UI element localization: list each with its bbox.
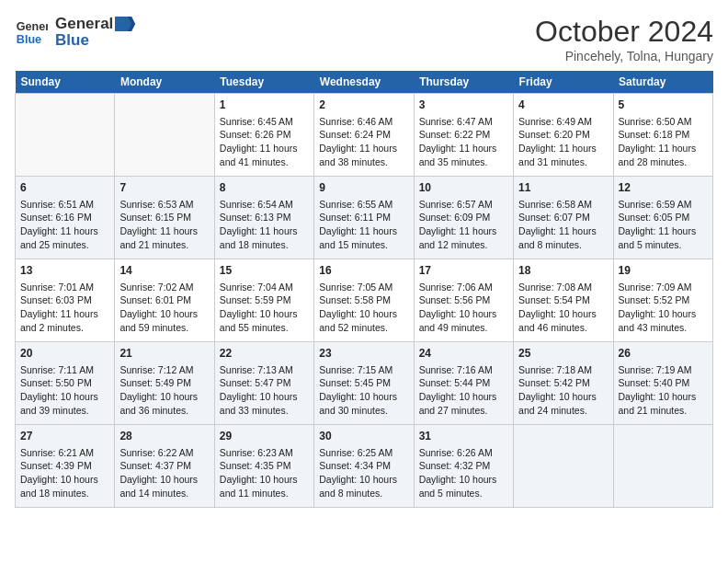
calendar-cell: 29Sunrise: 6:23 AMSunset: 4:35 PMDayligh… — [214, 425, 313, 508]
calendar-cell: 25Sunrise: 7:18 AMSunset: 5:42 PMDayligh… — [514, 342, 613, 425]
cell-content-line: Sunrise: 6:46 AM — [319, 115, 408, 129]
calendar-week-row: 13Sunrise: 7:01 AMSunset: 6:03 PMDayligh… — [16, 259, 713, 342]
calendar-cell: 1Sunrise: 6:45 AMSunset: 6:26 PMDaylight… — [214, 94, 313, 177]
cell-content-line: Daylight: 10 hours and 8 minutes. — [319, 473, 408, 500]
cell-content-line: Daylight: 10 hours and 21 minutes. — [619, 390, 708, 417]
day-number: 27 — [20, 429, 109, 444]
cell-content-line: Daylight: 11 hours and 21 minutes. — [119, 224, 209, 251]
cell-content-line: Sunrise: 7:02 AM — [119, 281, 209, 294]
cell-content-line: Daylight: 10 hours and 55 minutes. — [220, 307, 309, 334]
calendar-cell: 9Sunrise: 6:55 AMSunset: 6:11 PMDaylight… — [314, 177, 414, 259]
day-number: 7 — [119, 180, 209, 196]
cell-content-line: Daylight: 10 hours and 43 minutes. — [619, 307, 708, 334]
logo-general: General — [55, 15, 113, 33]
cell-content-line: Sunset: 6:11 PM — [319, 211, 408, 224]
logo-arrow-icon — [115, 17, 135, 31]
title-block: October 2024 Pincehely, Tolna, Hungary — [535, 15, 713, 63]
cell-content-line: Sunset: 5:47 PM — [220, 376, 309, 390]
day-number: 12 — [619, 180, 708, 196]
day-number: 6 — [20, 180, 109, 196]
cell-content-line: Daylight: 10 hours and 30 minutes. — [319, 390, 408, 417]
day-number: 26 — [619, 346, 708, 362]
day-number: 13 — [20, 263, 109, 279]
cell-content-line: Daylight: 10 hours and 11 minutes. — [220, 473, 309, 500]
cell-content-line: Sunrise: 6:21 AM — [20, 446, 109, 460]
day-number: 24 — [419, 346, 508, 362]
month-title: October 2024 — [535, 15, 713, 49]
cell-content-line: Sunset: 6:05 PM — [619, 211, 708, 224]
calendar-cell: 7Sunrise: 6:53 AMSunset: 6:15 PMDaylight… — [115, 177, 214, 259]
calendar-cell: 12Sunrise: 6:59 AMSunset: 6:05 PMDayligh… — [613, 177, 712, 259]
cell-content-line: Daylight: 11 hours and 28 minutes. — [619, 142, 708, 168]
cell-content-line: Sunset: 6:20 PM — [518, 128, 608, 142]
day-number: 1 — [220, 98, 309, 113]
cell-content-line: Sunrise: 7:12 AM — [119, 363, 209, 377]
cell-content-line: Daylight: 11 hours and 2 minutes. — [20, 307, 109, 334]
cell-content-line: Daylight: 11 hours and 5 minutes. — [619, 224, 708, 251]
calendar-cell: 26Sunrise: 7:19 AMSunset: 5:40 PMDayligh… — [613, 342, 712, 425]
day-number: 11 — [518, 180, 608, 196]
cell-content-line: Sunrise: 6:25 AM — [319, 446, 408, 460]
day-number: 21 — [119, 346, 209, 362]
day-number: 23 — [319, 346, 408, 362]
day-number: 19 — [619, 263, 708, 279]
calendar-cell: 23Sunrise: 7:15 AMSunset: 5:45 PMDayligh… — [314, 342, 414, 425]
cell-content-line: Daylight: 10 hours and 59 minutes. — [119, 307, 209, 334]
cell-content-line: Sunrise: 6:54 AM — [220, 198, 309, 212]
cell-content-line: Sunrise: 6:58 AM — [518, 198, 608, 212]
cell-content-line: Sunset: 5:45 PM — [319, 376, 408, 390]
cell-content-line: Daylight: 10 hours and 36 minutes. — [119, 390, 209, 417]
day-number: 15 — [220, 263, 309, 279]
cell-content-line: Daylight: 11 hours and 25 minutes. — [20, 224, 109, 251]
calendar-cell: 5Sunrise: 6:50 AMSunset: 6:18 PMDaylight… — [613, 94, 712, 177]
calendar-cell: 31Sunrise: 6:26 AMSunset: 4:32 PMDayligh… — [414, 425, 513, 508]
day-number: 5 — [619, 98, 708, 113]
calendar-cell: 20Sunrise: 7:11 AMSunset: 5:50 PMDayligh… — [16, 342, 115, 425]
calendar-cell: 28Sunrise: 6:22 AMSunset: 4:37 PMDayligh… — [115, 425, 214, 508]
calendar-cell: 15Sunrise: 7:04 AMSunset: 5:59 PMDayligh… — [214, 259, 313, 342]
cell-content-line: Daylight: 11 hours and 41 minutes. — [220, 142, 309, 168]
calendar-cell: 10Sunrise: 6:57 AMSunset: 6:09 PMDayligh… — [414, 177, 513, 259]
cell-content-line: Daylight: 11 hours and 12 minutes. — [419, 224, 508, 251]
cell-content-line: Daylight: 10 hours and 39 minutes. — [20, 390, 109, 417]
cell-content-line: Sunrise: 7:16 AM — [419, 363, 508, 377]
weekday-header-friday: Friday — [514, 71, 613, 94]
weekday-header-row: SundayMondayTuesdayWednesdayThursdayFrid… — [16, 71, 713, 94]
cell-content-line: Sunset: 5:44 PM — [419, 376, 508, 390]
cell-content-line: Sunset: 5:59 PM — [220, 293, 309, 307]
calendar-cell: 6Sunrise: 6:51 AMSunset: 6:16 PMDaylight… — [16, 177, 115, 259]
cell-content-line: Sunrise: 7:08 AM — [518, 281, 608, 294]
calendar-cell: 11Sunrise: 6:58 AMSunset: 6:07 PMDayligh… — [514, 177, 613, 259]
cell-content-line: Sunset: 4:32 PM — [419, 459, 508, 473]
logo-icon: General Blue — [15, 16, 48, 49]
cell-content-line: Daylight: 10 hours and 49 minutes. — [419, 307, 508, 334]
cell-content-line: Sunrise: 6:55 AM — [319, 198, 408, 212]
calendar-week-row: 1Sunrise: 6:45 AMSunset: 6:26 PMDaylight… — [16, 94, 713, 177]
weekday-header-thursday: Thursday — [414, 71, 513, 94]
day-number: 25 — [518, 346, 608, 362]
cell-content-line: Sunrise: 7:15 AM — [319, 363, 408, 377]
cell-content-line: Daylight: 11 hours and 18 minutes. — [220, 224, 309, 251]
cell-content-line: Sunrise: 7:01 AM — [20, 281, 109, 294]
cell-content-line: Sunrise: 7:13 AM — [220, 363, 309, 377]
cell-content-line: Sunset: 6:16 PM — [20, 211, 109, 224]
cell-content-line: Daylight: 10 hours and 18 minutes. — [20, 473, 109, 500]
calendar-cell: 2Sunrise: 6:46 AMSunset: 6:24 PMDaylight… — [314, 94, 414, 177]
cell-content-line: Daylight: 11 hours and 31 minutes. — [518, 142, 608, 168]
cell-content-line: Daylight: 10 hours and 52 minutes. — [319, 307, 408, 334]
calendar-cell: 19Sunrise: 7:09 AMSunset: 5:52 PMDayligh… — [613, 259, 712, 342]
cell-content-line: Sunset: 5:54 PM — [518, 293, 608, 307]
calendar-cell: 14Sunrise: 7:02 AMSunset: 6:01 PMDayligh… — [115, 259, 214, 342]
weekday-header-wednesday: Wednesday — [314, 71, 414, 94]
cell-content-line: Daylight: 11 hours and 35 minutes. — [419, 142, 508, 168]
page-header: General Blue General Blue October 2024 P… — [15, 15, 713, 63]
cell-content-line: Sunset: 6:07 PM — [518, 211, 608, 224]
day-number: 30 — [319, 429, 408, 444]
cell-content-line: Daylight: 10 hours and 14 minutes. — [119, 473, 209, 500]
day-number: 29 — [220, 429, 309, 444]
calendar-cell: 3Sunrise: 6:47 AMSunset: 6:22 PMDaylight… — [414, 94, 513, 177]
cell-content-line: Sunset: 6:15 PM — [119, 211, 209, 224]
cell-content-line: Sunrise: 7:04 AM — [220, 281, 309, 294]
calendar-cell: 4Sunrise: 6:49 AMSunset: 6:20 PMDaylight… — [514, 94, 613, 177]
cell-content-line: Sunset: 5:49 PM — [119, 376, 209, 390]
